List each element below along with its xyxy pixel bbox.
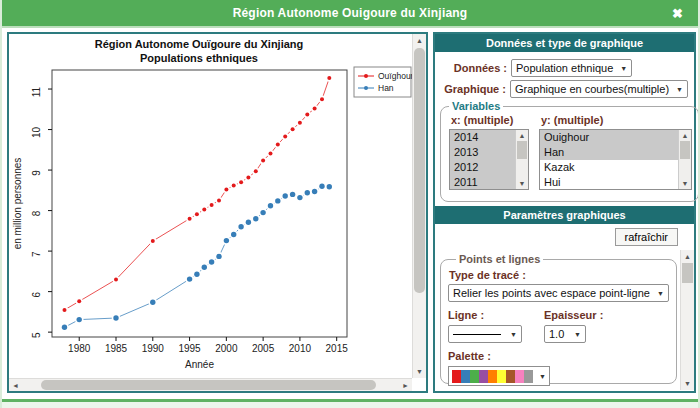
line-column: Ligne : ▼ bbox=[448, 309, 522, 343]
svg-text:10: 10 bbox=[31, 127, 42, 139]
chart-viewport: Région Autonome Ouïgoure du XinjiangPopu… bbox=[9, 34, 412, 378]
graphique-row: Graphique : Graphique en courbes(multipl… bbox=[435, 80, 688, 98]
svg-text:Région Autonome Ouïgoure du Xi: Région Autonome Ouïgoure du Xinjiang bbox=[95, 38, 304, 50]
y-variable-column: y: (multiple) OuighourHanKazakHui ▲ ▼ bbox=[539, 113, 692, 190]
scroll-right-icon[interactable]: ► bbox=[402, 382, 409, 389]
chevron-down-icon: ▼ bbox=[620, 65, 627, 72]
chevron-down-icon: ▼ bbox=[676, 86, 683, 93]
svg-text:8: 8 bbox=[31, 210, 42, 216]
x-variable-label: x: (multiple) bbox=[451, 114, 529, 126]
line-style-select[interactable]: ▼ bbox=[448, 325, 522, 343]
line-style-label: Ligne : bbox=[448, 309, 522, 321]
list-item[interactable]: Hui bbox=[540, 175, 678, 190]
chevron-down-icon: ▼ bbox=[539, 373, 546, 380]
scroll-down-icon[interactable]: ▼ bbox=[413, 368, 426, 375]
scroll-down-icon[interactable]: ▼ bbox=[679, 180, 691, 187]
graphique-select[interactable]: Graphique en courbes(multiple) ▼ bbox=[510, 80, 688, 98]
palette-color-swatch bbox=[506, 370, 515, 383]
chevron-down-icon: ▼ bbox=[574, 331, 581, 338]
chart-horizontal-scrollbar[interactable]: ◄ ► bbox=[9, 378, 412, 391]
trace-type-select[interactable]: Relier les points avec espace point-lign… bbox=[448, 284, 669, 302]
points-lines-legend: Points et lignes bbox=[456, 253, 543, 265]
x-listbox-scrollbar[interactable]: ▲ ▼ bbox=[515, 130, 528, 189]
line-thickness-row: Ligne : ▼ Epaisseur : 1.0 ▼ bbox=[448, 309, 669, 343]
donnees-select[interactable]: Population ethnique ▼ bbox=[511, 59, 632, 77]
chevron-down-icon: ▼ bbox=[657, 290, 664, 297]
svg-text:Populations ethniques: Populations ethniques bbox=[140, 52, 258, 64]
graphique-label: Graphique : bbox=[435, 83, 510, 95]
x-listbox[interactable]: 2014201320122011 ▲ ▼ bbox=[449, 129, 529, 190]
svg-text:2010: 2010 bbox=[289, 343, 312, 354]
scroll-down-icon[interactable]: ▼ bbox=[681, 380, 694, 387]
scroll-up-icon[interactable]: ▲ bbox=[413, 37, 426, 44]
list-item[interactable]: 2014 bbox=[450, 130, 515, 145]
palette-color-swatch bbox=[470, 370, 479, 383]
ethnic-populations-line-chart: Région Autonome Ouïgoure du XinjiangPopu… bbox=[9, 34, 412, 378]
close-icon[interactable]: ✖ bbox=[672, 7, 683, 20]
palette-label: Palette : bbox=[448, 350, 669, 362]
palette-color-swatch bbox=[524, 370, 533, 383]
trace-type-selected-value: Relier les points avec espace point-lign… bbox=[453, 287, 650, 299]
donnees-label: Données : bbox=[435, 62, 511, 74]
params-section-header: Paramètres graphiques bbox=[435, 206, 694, 224]
vertical-scroll-thumb[interactable] bbox=[414, 48, 425, 293]
svg-text:2005: 2005 bbox=[252, 343, 275, 354]
y-listbox-scrollbar[interactable]: ▲ ▼ bbox=[678, 130, 691, 189]
svg-text:1995: 1995 bbox=[178, 343, 201, 354]
svg-text:1985: 1985 bbox=[105, 343, 128, 354]
svg-text:1980: 1980 bbox=[68, 343, 91, 354]
y-listbox-scroll-thumb[interactable] bbox=[680, 141, 690, 159]
graphique-selected-value: Graphique en courbes(multiple) bbox=[515, 83, 669, 95]
scroll-left-icon[interactable]: ◄ bbox=[12, 382, 19, 389]
data-section-header: Données et type de graphique bbox=[435, 34, 694, 52]
palette-color-swatch bbox=[452, 370, 461, 383]
svg-text:2015: 2015 bbox=[326, 343, 349, 354]
svg-text:7: 7 bbox=[31, 251, 42, 257]
params-vertical-scrollbar[interactable]: ▲ ▼ bbox=[680, 250, 694, 390]
scroll-up-icon[interactable]: ▲ bbox=[679, 132, 691, 139]
donnees-selected-value: Population ethnique bbox=[516, 62, 613, 74]
chevron-down-icon: ▼ bbox=[510, 331, 517, 338]
donnees-row: Données : Population ethnique ▼ bbox=[435, 59, 688, 77]
horizontal-scroll-thumb[interactable] bbox=[41, 380, 376, 390]
trace-type-label: Type de tracé : bbox=[449, 269, 669, 281]
palette-color-swatch bbox=[488, 370, 497, 383]
svg-text:Ouïghour: Ouïghour bbox=[378, 71, 412, 81]
svg-text:en million personnes: en million personnes bbox=[12, 158, 23, 250]
window-title: Région Autonome Ouigoure du Xinjiang bbox=[233, 6, 468, 20]
refresh-row: rafraîchir bbox=[435, 228, 678, 246]
variables-legend: Variables bbox=[449, 100, 503, 112]
scroll-down-icon[interactable]: ▼ bbox=[516, 180, 528, 187]
params-scroll-thumb[interactable] bbox=[682, 263, 693, 283]
svg-text:2000: 2000 bbox=[215, 343, 238, 354]
window-bottom-padding bbox=[2, 402, 698, 408]
thickness-select[interactable]: 1.0 ▼ bbox=[544, 325, 586, 343]
variables-columns: x: (multiple) 2014201320122011 ▲ ▼ y: (m… bbox=[441, 112, 698, 190]
palette-color-swatch bbox=[497, 370, 506, 383]
svg-text:11: 11 bbox=[31, 86, 42, 97]
list-item[interactable]: Kazak bbox=[540, 160, 678, 175]
scroll-up-icon[interactable]: ▲ bbox=[516, 132, 528, 139]
scroll-up-icon[interactable]: ▲ bbox=[681, 253, 694, 260]
list-item[interactable]: 2012 bbox=[450, 160, 515, 175]
chart-panel: Région Autonome Ouïgoure du XinjiangPopu… bbox=[7, 32, 428, 393]
x-listbox-scroll-thumb[interactable] bbox=[517, 141, 527, 159]
list-item[interactable]: 2011 bbox=[450, 175, 515, 190]
thickness-label: Epaisseur : bbox=[544, 309, 603, 321]
solid-line-icon bbox=[453, 334, 501, 335]
list-item[interactable]: Han bbox=[540, 145, 678, 160]
y-variable-label: y: (multiple) bbox=[541, 114, 692, 126]
list-item[interactable]: 2013 bbox=[450, 145, 515, 160]
y-listbox[interactable]: OuighourHanKazakHui ▲ ▼ bbox=[539, 129, 692, 190]
svg-text:9: 9 bbox=[31, 170, 42, 176]
palette-color-swatch bbox=[515, 370, 524, 383]
x-listbox-items: 2014201320122011 bbox=[450, 130, 515, 190]
thickness-column: Epaisseur : 1.0 ▼ bbox=[544, 309, 603, 343]
points-lines-fieldset: Points et lignes Type de tracé : Relier … bbox=[440, 253, 677, 384]
palette-select[interactable]: ▼ bbox=[448, 366, 550, 386]
list-item[interactable]: Ouighour bbox=[540, 130, 678, 145]
palette-color-swatch bbox=[479, 370, 488, 383]
refresh-button[interactable]: rafraîchir bbox=[615, 228, 678, 246]
chart-vertical-scrollbar[interactable]: ▲ ▼ bbox=[412, 34, 426, 378]
svg-text:Han: Han bbox=[378, 83, 394, 93]
